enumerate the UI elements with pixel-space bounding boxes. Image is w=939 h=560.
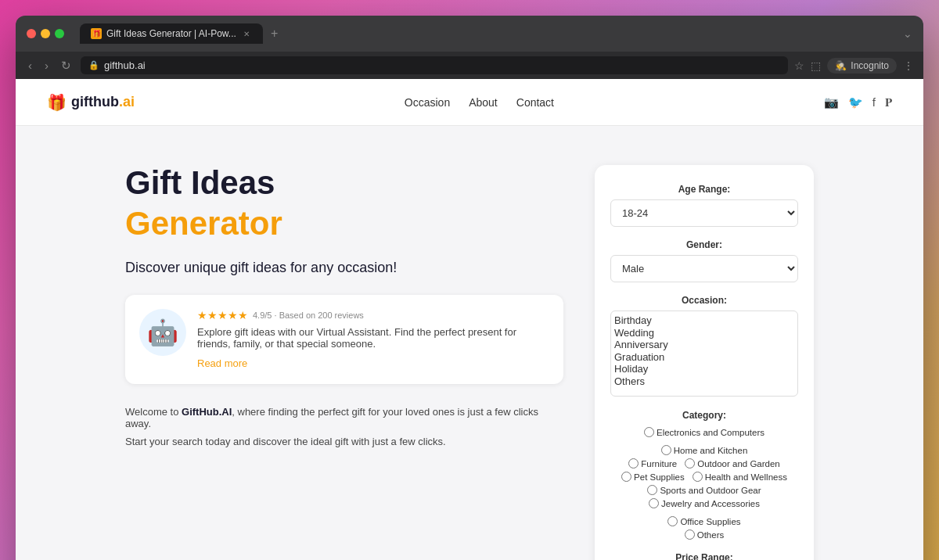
- stars-row: ★★★★★ 4.9/5 · Based on 200 reviews: [197, 309, 549, 321]
- hero-title-line2: Generator: [125, 204, 563, 243]
- category-outdoor-label: Outdoor and Garden: [697, 459, 780, 468]
- category-home-label: Home and Kitchen: [674, 446, 748, 455]
- menu-button[interactable]: ⋮: [903, 59, 914, 72]
- category-furniture[interactable]: Furniture: [628, 458, 677, 468]
- nav-contact[interactable]: Contact: [516, 96, 554, 109]
- age-range-select[interactable]: 18-24 0-12 13-17 25-34 35-44 45-54 55-64…: [610, 199, 798, 227]
- instagram-icon[interactable]: 📷: [824, 95, 839, 109]
- star-rating: ★★★★★: [197, 309, 248, 321]
- nav-occasion[interactable]: Occasion: [405, 96, 450, 109]
- incognito-label: Incognito: [851, 60, 889, 71]
- category-row-2: Furniture Outdoor and Garden: [628, 458, 780, 468]
- start-text: Start your search today and discover the…: [125, 436, 563, 447]
- category-pet-radio[interactable]: [621, 472, 631, 482]
- back-button[interactable]: ‹: [25, 57, 35, 74]
- facebook-icon[interactable]: f: [872, 95, 876, 109]
- new-tab-button[interactable]: +: [266, 25, 282, 42]
- category-jewelry-label: Jewelry and Accessories: [661, 499, 760, 508]
- collapse-button[interactable]: ⌄: [903, 27, 912, 40]
- right-column: Age Range: 18-24 0-12 13-17 25-34 35-44 …: [595, 165, 814, 560]
- category-jewelry-radio[interactable]: [649, 498, 659, 508]
- site-logo: 🎁 gifthub.ai: [47, 93, 135, 112]
- category-furniture-label: Furniture: [641, 459, 677, 468]
- category-pet-label: Pet Supplies: [634, 472, 685, 482]
- category-home[interactable]: Home and Kitchen: [661, 445, 748, 455]
- active-tab[interactable]: 🎁 Gift Ideas Generator | AI-Pow... ✕: [80, 23, 263, 44]
- incognito-badge: 🕵 Incognito: [827, 58, 897, 74]
- category-others[interactable]: Others: [685, 529, 725, 540]
- category-row-5: Jewelry and Accessories Office Supplies: [610, 498, 798, 526]
- welcome-text: Welcome to GiftHub.AI, where finding the…: [125, 406, 563, 429]
- nav-about[interactable]: About: [469, 96, 498, 109]
- category-section: Category: Electronics and Computers Home…: [610, 410, 798, 540]
- address-bar[interactable]: 🔒 gifthub.ai: [81, 56, 788, 74]
- tab-title: Gift Ideas Generator | AI-Pow...: [106, 28, 236, 39]
- page-content: 🎁 gifthub.ai Occasion About Contact 📷 🐦 …: [16, 79, 923, 560]
- minimize-window-button[interactable]: [41, 29, 50, 38]
- category-health-radio[interactable]: [693, 472, 703, 482]
- category-label: Category:: [610, 410, 798, 421]
- category-row-4: Sports and Outdoor Gear: [647, 485, 761, 495]
- category-office-radio[interactable]: [667, 516, 678, 526]
- lock-icon: 🔒: [88, 60, 99, 70]
- welcome-text-before: Welcome to: [125, 406, 182, 418]
- reload-button[interactable]: ↻: [58, 57, 74, 74]
- category-jewelry[interactable]: Jewelry and Accessories: [649, 498, 760, 508]
- nav-links: Occasion About Contact: [405, 96, 554, 109]
- age-range-group: Age Range: 18-24 0-12 13-17 25-34 35-44 …: [610, 184, 798, 227]
- category-office[interactable]: Office Supplies: [667, 516, 740, 526]
- extensions-icon[interactable]: ⬚: [811, 59, 821, 72]
- forward-button[interactable]: ›: [41, 57, 52, 74]
- category-health-label: Health and Wellness: [705, 472, 787, 482]
- hero-title-line1: Gift Ideas: [125, 165, 563, 201]
- incognito-icon: 🕵: [835, 60, 847, 71]
- category-health[interactable]: Health and Wellness: [693, 472, 787, 482]
- category-electronics[interactable]: Electronics and Computers: [644, 427, 765, 437]
- price-range-group: Price Range: $0-$20 $20-$50 $50-$100 $10…: [610, 552, 798, 560]
- category-electronics-label: Electronics and Computers: [657, 428, 765, 437]
- pinterest-icon[interactable]: 𝐏: [885, 95, 892, 109]
- occasion-select[interactable]: Birthday Wedding Anniversary Graduation …: [610, 311, 798, 397]
- category-grid: Electronics and Computers Home and Kitch…: [610, 427, 798, 540]
- category-sports[interactable]: Sports and Outdoor Gear: [647, 485, 761, 495]
- category-row-3: Pet Supplies Health and Wellness: [621, 472, 787, 482]
- age-range-label: Age Range:: [610, 184, 798, 195]
- toolbar-right: ☆ ⬚ 🕵 Incognito ⋮: [794, 58, 914, 74]
- twitter-icon[interactable]: 🐦: [848, 95, 863, 109]
- close-window-button[interactable]: [27, 29, 36, 38]
- category-others-label: Others: [697, 530, 725, 540]
- traffic-lights: [27, 29, 64, 38]
- category-others-radio[interactable]: [685, 529, 695, 540]
- main-content: Gift Ideas Generator Discover unique gif…: [94, 126, 845, 560]
- review-meta: 4.9/5 · Based on 200 reviews: [253, 311, 364, 320]
- category-sports-radio[interactable]: [647, 485, 657, 495]
- category-pet[interactable]: Pet Supplies: [621, 472, 685, 482]
- category-row-1: Electronics and Computers Home and Kitch…: [610, 427, 798, 455]
- occasion-label: Occasion:: [610, 295, 798, 306]
- category-electronics-radio[interactable]: [644, 427, 654, 437]
- url-text: gifthub.ai: [104, 59, 146, 71]
- review-text: Explore gift ideas with our Virtual Assi…: [197, 326, 549, 350]
- tab-bar: 🎁 Gift Ideas Generator | AI-Pow... ✕ +: [80, 23, 895, 44]
- category-outdoor-radio[interactable]: [685, 458, 695, 468]
- category-outdoor[interactable]: Outdoor and Garden: [685, 458, 780, 468]
- hero-subtitle: Discover unique gift ideas for any occas…: [125, 260, 563, 276]
- review-card: 🤖 ★★★★★ 4.9/5 · Based on 200 reviews Exp…: [125, 295, 563, 384]
- star-icon[interactable]: ☆: [794, 59, 804, 72]
- category-furniture-radio[interactable]: [628, 458, 639, 468]
- logo-text: gifthub.ai: [71, 94, 135, 110]
- tab-close-button[interactable]: ✕: [241, 28, 252, 39]
- category-office-label: Office Supplies: [680, 517, 740, 526]
- category-sports-label: Sports and Outdoor Gear: [660, 486, 761, 495]
- left-column: Gift Ideas Generator Discover unique gif…: [125, 165, 563, 447]
- review-content: ★★★★★ 4.9/5 · Based on 200 reviews Explo…: [197, 309, 549, 370]
- category-home-radio[interactable]: [661, 445, 671, 455]
- maximize-window-button[interactable]: [55, 29, 64, 38]
- price-range-label: Price Range:: [610, 552, 798, 560]
- occasion-group: Occasion: Birthday Wedding Anniversary G…: [610, 295, 798, 397]
- gender-group: Gender: Male Female Non-binary Prefer no…: [610, 239, 798, 282]
- form-card: Age Range: 18-24 0-12 13-17 25-34 35-44 …: [595, 165, 814, 560]
- gender-select[interactable]: Male Female Non-binary Prefer not to say: [610, 255, 798, 282]
- logo-icon: 🎁: [47, 93, 67, 112]
- read-more-link[interactable]: Read more: [197, 357, 247, 369]
